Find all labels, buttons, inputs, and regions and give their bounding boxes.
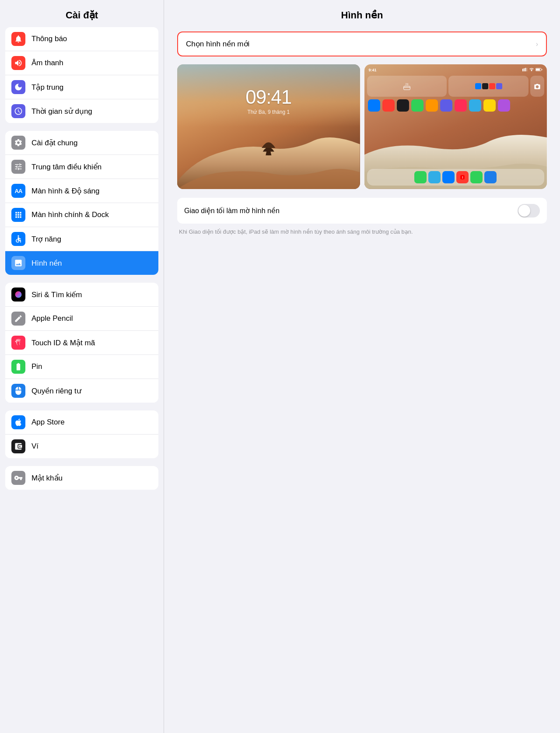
touchid-icon [11, 336, 25, 350]
svg-rect-8 [536, 69, 540, 70]
notifications-label: Thông báo [32, 35, 67, 43]
siri-icon [11, 288, 25, 302]
sidebar-item-control[interactable]: Trung tâm điều khiển [5, 155, 158, 179]
notifications-icon [11, 32, 25, 46]
dark-mode-label: Giao diện tối làm mờ hình nền [184, 207, 280, 215]
dock-icon-2 [428, 171, 441, 183]
choose-wallpaper-label: Chọn hình nền mới [186, 39, 249, 49]
main-title: Hình nền [177, 10, 547, 21]
pencil-icon [11, 312, 25, 326]
sidebar-group-1: Thông báo Âm thanh Tập trung Thời gian s… [5, 27, 158, 123]
siri-label: Siri & Tìm kiếm [32, 290, 82, 299]
sidebar-item-display[interactable]: AA Màn hình & Độ sáng [5, 179, 158, 203]
home-top-bar: 9:41 [367, 68, 545, 72]
sidebar-item-sound[interactable]: Âm thanh [5, 51, 158, 75]
home-app-7 [455, 99, 467, 112]
sidebar-item-wallpaper[interactable]: Hình nền [5, 251, 158, 275]
wallet-label: Ví [32, 442, 38, 451]
wallpaper-icon [11, 256, 25, 270]
privacy-icon [11, 384, 25, 398]
main-content: Hình nền Chọn hình nền mới › [164, 0, 560, 733]
control-icon [11, 160, 25, 174]
svg-point-1 [15, 291, 22, 298]
sidebar-item-password[interactable]: Mật khẩu [5, 466, 158, 490]
sidebar-group-2: Cài đặt chung Trung tâm điều khiển AA Mà… [5, 131, 158, 275]
home-app-3 [397, 99, 409, 112]
dock-icon-1 [414, 171, 427, 183]
icon-3 [489, 83, 495, 89]
sidebar-item-privacy[interactable]: Quyền riêng tư [5, 379, 158, 403]
general-icon [11, 136, 25, 150]
svg-rect-6 [526, 68, 527, 71]
dock-icon-6 [484, 171, 497, 183]
sidebar-item-touchid[interactable]: Touch ID & Mật mã [5, 331, 158, 355]
focus-label: Tập trung [32, 83, 63, 92]
choose-wallpaper-button[interactable]: Chọn hình nền mới › [177, 32, 547, 56]
sidebar-item-appstore[interactable]: App Store [5, 410, 158, 435]
app-icons-widget [448, 76, 528, 97]
sidebar-item-siri[interactable]: Siri & Tìm kiếm [5, 283, 158, 307]
battery-label: Pin [32, 362, 42, 371]
calendar-widget: 28 [367, 76, 447, 97]
wallpaper-label: Hình nền [32, 259, 62, 268]
sidebar-group-4: App Store Ví [5, 410, 158, 458]
home-app-5 [426, 99, 438, 112]
lock-time: 09:41 [245, 86, 291, 108]
sidebar-title: Cài đặt [0, 0, 164, 27]
sidebar-item-screentime[interactable]: Thời gian sử dụng [5, 99, 158, 123]
sidebar-group-3: Siri & Tìm kiếm Apple Pencil Touch ID & … [5, 283, 158, 403]
chevron-right-icon: › [536, 40, 538, 48]
dock-icon-4: ! [456, 171, 469, 183]
focus-icon [11, 80, 25, 94]
dock-icon-3 [442, 171, 455, 183]
screentime-icon [11, 104, 25, 118]
wallet-icon [11, 439, 25, 453]
lock-screen-time-area: 09:41 Thứ Ba, 9 tháng 1 [245, 86, 291, 115]
dark-mode-toggle[interactable] [518, 204, 540, 217]
home-app-10 [498, 99, 510, 112]
home-dock: ! [367, 169, 545, 186]
sidebar-item-accessibility[interactable]: Trợ năng [5, 227, 158, 251]
general-label: Cài đặt chung [32, 138, 77, 147]
svg-rect-3 [522, 69, 523, 71]
wallpaper-previews: 09:41 Thứ Ba, 9 tháng 1 [177, 64, 547, 189]
home-app-9 [483, 99, 496, 112]
accessibility-icon [11, 232, 25, 246]
sidebar-item-wallet[interactable]: Ví [5, 435, 158, 458]
sound-label: Âm thanh [32, 59, 63, 67]
camera-icon [534, 83, 541, 89]
calendar-icon [403, 86, 410, 90]
dark-mode-toggle-row: Giao diện tối làm mờ hình nền [177, 198, 547, 224]
display-label: Màn hình & Độ sáng [32, 186, 100, 196]
privacy-label: Quyền riêng tư [32, 386, 81, 396]
home-app-8 [469, 99, 481, 112]
home-status-icons [522, 68, 542, 71]
toggle-knob [518, 205, 530, 217]
sidebar-item-pencil[interactable]: Apple Pencil [5, 307, 158, 331]
sidebar-item-focus[interactable]: Tập trung [5, 75, 158, 99]
sidebar-item-battery[interactable]: Pin [5, 355, 158, 379]
home-app-4 [411, 99, 424, 112]
lock-date: Thứ Ba, 9 tháng 1 [245, 109, 291, 115]
sidebar: Cài đặt Thông báo Âm thanh Tập trung Thờ… [0, 0, 164, 733]
svg-rect-10 [404, 86, 410, 90]
home-screen-preview[interactable]: 9:41 28 [364, 64, 547, 189]
svg-rect-5 [525, 68, 526, 71]
lock-screen-bg: 09:41 Thứ Ba, 9 tháng 1 [177, 64, 360, 189]
home-app-6 [440, 99, 452, 112]
sidebar-item-general[interactable]: Cài đặt chung [5, 131, 158, 155]
password-icon [11, 471, 25, 485]
homescreen-icon [11, 208, 25, 222]
home-clock: 9:41 [369, 68, 377, 72]
touchid-label: Touch ID & Mật mã [32, 338, 95, 347]
app-icons-grid [367, 99, 545, 112]
dark-mode-description: Khi Giao diện tối được bật, iPad sẽ làm … [177, 228, 547, 236]
password-label: Mật khẩu [32, 473, 63, 483]
icon-4 [496, 83, 502, 89]
sidebar-group-5: Mật khẩu [5, 466, 158, 490]
sidebar-item-homescreen[interactable]: Màn hình chính & Dock [5, 203, 158, 227]
lock-screen-preview[interactable]: 09:41 Thứ Ba, 9 tháng 1 [177, 64, 360, 189]
homescreen-label: Màn hình chính & Dock [32, 210, 109, 219]
sidebar-item-notifications[interactable]: Thông báo [5, 27, 158, 51]
home-app-1 [368, 99, 380, 112]
